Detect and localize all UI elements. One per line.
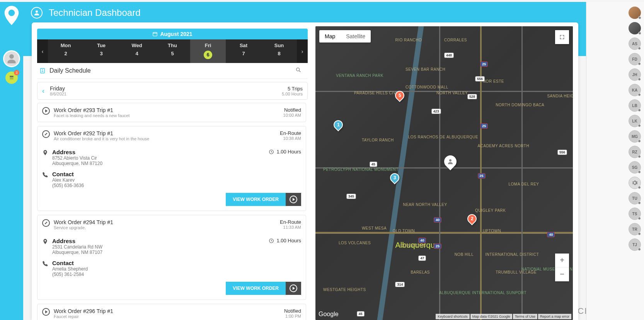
zoom-out[interactable]: −: [555, 267, 569, 281]
status-icon: [42, 130, 50, 138]
map-canvas[interactable]: Albuquerque Rio RanchoCorralesVentana Ra…: [315, 26, 573, 320]
presence-user[interactable]: SG: [629, 161, 641, 174]
presence-user[interactable]: TR: [629, 223, 641, 235]
status-icon: [42, 107, 50, 115]
app-logo[interactable]: [0, 2, 23, 29]
route-shield: 40: [434, 217, 441, 223]
map-legal-link[interactable]: Keyboard shortcuts: [436, 314, 470, 319]
svg-rect-17: [153, 32, 157, 36]
week-day-fri[interactable]: Fri6: [190, 39, 226, 63]
map-label: Nob Hill: [455, 252, 474, 257]
presence-user[interactable]: LB: [629, 99, 641, 112]
week-prev[interactable]: ‹: [37, 39, 48, 63]
map-label: Cottonwood Mall: [405, 85, 448, 89]
person-icon: [31, 7, 43, 19]
map-type-switch: Map Satellite: [319, 30, 371, 43]
presence-user[interactable]: RZ: [629, 146, 641, 158]
presence-user[interactable]: TS: [629, 208, 641, 220]
work-order: Work Order #292 Trip #1Air conditioner b…: [37, 126, 306, 211]
presence-user[interactable]: AS: [629, 37, 641, 50]
summary-hours: 5.00 Hours: [282, 92, 303, 96]
map-label: Downtown: [400, 243, 426, 248]
map-legal: Keyboard shortcutsMap data ©2021 GoogleT…: [436, 314, 571, 319]
presence-user[interactable]: KA: [629, 84, 641, 96]
map-label: Loma Del Rey: [509, 182, 539, 186]
week-strip: ‹ Mon2Tue3Wed4Thu5Fri6Sat7Sun8 ›: [37, 39, 308, 63]
work-order-header[interactable]: Work Order #293 Trip #1Facet is leaking …: [37, 103, 306, 122]
presence-user[interactable]: FD: [629, 53, 641, 65]
map-fullscreen[interactable]: [555, 30, 569, 44]
presence-user[interactable]: MG: [629, 130, 641, 143]
view-work-order-button[interactable]: VIEW WORK ORDER: [226, 193, 286, 206]
route-shield: 528: [467, 94, 477, 99]
back-icon[interactable]: ‹: [42, 87, 50, 95]
presence-user[interactable]: LK: [629, 115, 641, 127]
map-label: Taylor Ranch: [362, 138, 394, 142]
view-work-order-button[interactable]: VIEW WORK ORDER: [226, 282, 286, 295]
month-bar[interactable]: August 2021: [37, 29, 308, 39]
map-label: Academy Acres North: [478, 144, 530, 148]
badge-icon: [39, 68, 46, 74]
week-day-mon[interactable]: Mon2: [48, 39, 83, 63]
wo-title: Work Order #293 Trip #1: [54, 107, 129, 113]
presence-rail: ASFDJHKALBLKMGRZSGTUTSTRTJ: [586, 2, 644, 320]
wo-desc: Air conditioner broke and it is very hot…: [54, 136, 149, 141]
map-type-map[interactable]: Map: [319, 30, 341, 43]
map-label: Los Ranchos De Albuquerque: [408, 135, 478, 139]
presence-user[interactable]: JH: [629, 68, 641, 81]
route-shield: 556: [557, 150, 567, 155]
week-day-wed[interactable]: Wed4: [119, 39, 155, 63]
map-legal-link[interactable]: Terms of Use: [513, 314, 537, 319]
user-avatar[interactable]: [3, 50, 20, 67]
work-order-header[interactable]: Work Order #292 Trip #1Air conditioner b…: [37, 126, 306, 145]
notification-badge[interactable]: 3: [5, 71, 18, 84]
map-legal-link[interactable]: Map data ©2021 Google: [470, 314, 512, 319]
route-shield: 448: [444, 53, 454, 58]
week-day-sun[interactable]: Sun8: [261, 39, 297, 63]
map-label: Ventana Ranch Park: [336, 73, 383, 78]
svg-point-20: [296, 68, 300, 71]
map-label: Paradise Hills Civic: [354, 91, 400, 95]
zoom-in[interactable]: +: [555, 254, 569, 267]
route-shield: 40: [547, 232, 555, 237]
work-order-list[interactable]: Work Order #293 Trip #1Facet is leaking …: [37, 103, 308, 320]
week-next[interactable]: ›: [297, 39, 308, 63]
week-day-thu[interactable]: Thu5: [155, 39, 190, 63]
map-label: Nor Este: [483, 79, 504, 83]
search-icon[interactable]: [295, 67, 305, 75]
map-type-satellite[interactable]: Satellite: [341, 30, 371, 43]
map-label: North Domingo Baca: [496, 103, 544, 107]
presence-user[interactable]: TJ: [629, 238, 641, 251]
presence-user[interactable]: [629, 22, 641, 34]
wo-time: 10:00 AM: [283, 113, 301, 117]
status-icon: [42, 308, 50, 316]
wo-desc: Facet is leaking and needs a new faucet: [54, 113, 129, 118]
week-day-sat[interactable]: Sat7: [226, 39, 261, 63]
start-work-order-button[interactable]: [286, 282, 301, 295]
wo-status: En-Route: [280, 130, 301, 136]
status-icon: [42, 219, 50, 227]
work-order: Work Order #293 Trip #1Facet is leaking …: [37, 103, 306, 122]
map-label: Near North Valley: [403, 203, 447, 207]
route-shield: 314: [395, 282, 405, 287]
presence-user[interactable]: [629, 7, 641, 19]
route-shield: 25: [480, 123, 488, 129]
work-order-header[interactable]: Work Order #294 Trip #1Service upgrade.E…: [37, 215, 306, 234]
work-order-header[interactable]: Work Order #296 Trip #1Faucet repairNoti…: [37, 304, 306, 320]
wo-desc: Faucet repair: [54, 314, 113, 319]
daily-header: Daily Schedule: [37, 63, 308, 79]
wo-time: 1:00 PM: [284, 314, 301, 318]
presence-user[interactable]: TU: [629, 192, 641, 204]
daily-title: Daily Schedule: [49, 67, 91, 74]
map-zoom: + −: [555, 254, 569, 281]
week-day-tue[interactable]: Tue3: [83, 39, 119, 63]
left-rail: [0, 2, 23, 320]
map-legal-link[interactable]: Report a map error: [538, 314, 571, 319]
wo-title: Work Order #292 Trip #1: [54, 130, 149, 136]
wo-title: Work Order #294 Trip #1: [54, 219, 113, 225]
wo-time: 11:33 AM: [280, 225, 301, 230]
page-header: Technician Dashboard: [31, 7, 140, 19]
map-label: Rio Rancho: [395, 38, 422, 42]
presence-user[interactable]: [629, 177, 641, 189]
start-work-order-button[interactable]: [286, 193, 301, 206]
